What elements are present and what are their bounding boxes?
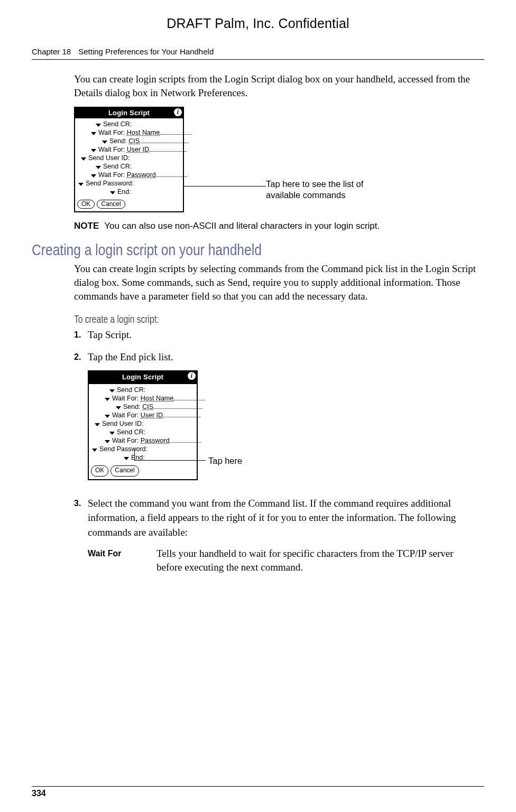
cancel-button[interactable]: Cancel xyxy=(97,200,125,209)
step-2: Tap the End pick list. Login Script i Se… xyxy=(74,350,479,480)
script-command-field[interactable]: Host Name xyxy=(127,128,160,137)
field-underline[interactable] xyxy=(153,408,202,409)
dropdown-arrow-icon[interactable] xyxy=(78,183,84,186)
page-number: 334 xyxy=(32,786,484,798)
field-underline[interactable] xyxy=(173,400,205,400)
callout-line2: available commands xyxy=(266,190,388,201)
script-line: Send: CIS xyxy=(78,137,180,145)
script-line: Send Password: xyxy=(78,179,180,188)
dropdown-arrow-icon[interactable] xyxy=(81,157,86,161)
script-command-label: Wait For: xyxy=(112,436,139,445)
script-command-label: Send: xyxy=(109,137,127,145)
definition-desc: Tells your handheld to wait for specific… xyxy=(156,547,479,574)
dialog-titlebar-2: Login Script i xyxy=(89,371,197,384)
dialog-title-2: Login Script xyxy=(122,373,163,381)
note: NOTEYou can also use non-ASCII and liter… xyxy=(74,221,479,231)
step-1: Tap Script. xyxy=(74,328,479,342)
dropdown-arrow-icon[interactable] xyxy=(105,440,110,443)
dropdown-arrow-icon[interactable] xyxy=(102,141,107,144)
callout-commands-list: Tap here to see the list of available co… xyxy=(266,179,388,200)
dialog-titlebar: Login Script i xyxy=(75,108,183,118)
dropdown-arrow-icon[interactable] xyxy=(124,457,129,460)
section-paragraph: You can create login scripts by selectin… xyxy=(74,262,479,303)
login-script-dialog: Login Script i Send CR:Wait For: Host Na… xyxy=(74,107,184,212)
chapter-title: Setting Preferences for Your Handheld xyxy=(78,47,214,56)
callout-line1: Tap here to see the list of xyxy=(266,179,388,190)
script-line: Send User ID: xyxy=(92,419,194,428)
dropdown-arrow-icon[interactable] xyxy=(91,149,96,152)
definition-term: Wait For xyxy=(88,547,156,574)
script-command-label: Wait For: xyxy=(98,171,125,179)
script-line: Wait For: User ID xyxy=(92,411,194,419)
ok-button-2[interactable]: OK xyxy=(91,465,108,476)
procedure-heading: To create a login script: xyxy=(74,313,390,325)
script-command-label: Wait For: xyxy=(112,394,139,403)
script-command-label: Send CR: xyxy=(117,386,145,394)
script-line: Wait For: Host Name xyxy=(92,394,194,403)
script-command-label: Send CR: xyxy=(117,428,145,436)
script-command-label: Wait For: xyxy=(112,411,139,419)
script-command-label: Wait For: xyxy=(98,128,125,137)
script-command-field[interactable]: CIS xyxy=(142,403,153,411)
script-line: Send: CIS xyxy=(92,403,194,411)
script-command-field[interactable]: User ID xyxy=(141,411,163,419)
script-command-label: Send CR: xyxy=(103,120,132,128)
script-command-label: Send User ID: xyxy=(102,419,144,428)
dropdown-arrow-icon[interactable] xyxy=(110,191,115,194)
script-command-field[interactable]: Host Name xyxy=(141,394,174,403)
dialog-title: Login Script xyxy=(108,109,150,117)
section-heading: Creating a login script on your handheld xyxy=(32,241,403,259)
dropdown-arrow-icon[interactable] xyxy=(91,174,96,178)
chapter-label: Chapter 18 xyxy=(32,47,71,56)
script-command-label: End: xyxy=(117,188,131,196)
script-command-label: Send: xyxy=(123,403,141,411)
figure-login-script-1: Login Script i Send CR:Wait For: Host Na… xyxy=(74,107,479,212)
script-line: Send CR: xyxy=(78,162,180,171)
script-line: Wait For: Host Name xyxy=(78,128,180,137)
dropdown-arrow-icon[interactable] xyxy=(109,389,115,393)
script-line: Send CR: xyxy=(92,386,194,394)
dropdown-arrow-icon[interactable] xyxy=(105,398,110,401)
field-underline[interactable] xyxy=(140,143,189,143)
info-icon-2[interactable]: i xyxy=(188,372,196,380)
script-line: Send CR: xyxy=(92,428,194,436)
script-command-field[interactable]: Password xyxy=(127,171,156,179)
script-command-field[interactable]: User ID xyxy=(127,145,149,154)
script-line: Send User ID: xyxy=(78,154,180,162)
field-underline[interactable] xyxy=(156,176,187,177)
dropdown-arrow-icon[interactable] xyxy=(91,132,96,135)
definition-row: Wait For Tells your handheld to wait for… xyxy=(88,547,479,574)
field-underline[interactable] xyxy=(149,151,187,152)
step-2-text: Tap the End pick list. xyxy=(88,351,173,362)
script-line: Wait For: Password xyxy=(92,436,194,445)
script-line: Wait For: Password xyxy=(78,171,180,179)
dropdown-arrow-icon[interactable] xyxy=(95,423,100,426)
field-underline[interactable] xyxy=(163,417,200,417)
script-command-field[interactable]: Password xyxy=(141,436,170,445)
figure-login-script-2: Login Script i Send CR:Wait For: Host Na… xyxy=(88,370,479,480)
dropdown-arrow-icon[interactable] xyxy=(92,449,97,452)
step-3: Select the command you want from the Com… xyxy=(74,496,479,540)
cancel-button-2[interactable]: Cancel xyxy=(110,465,139,476)
field-underline[interactable] xyxy=(160,134,191,135)
note-label: NOTE xyxy=(74,221,99,231)
callout-tap-here: Tap here xyxy=(208,455,272,466)
ok-button[interactable]: OK xyxy=(77,200,95,209)
script-command-label: Send CR: xyxy=(103,162,132,171)
script-line[interactable]: End: xyxy=(78,188,180,196)
note-text: You can also use non-ASCII and literal c… xyxy=(104,221,380,231)
intro-paragraph: You can create login scripts from the Lo… xyxy=(74,72,479,99)
dropdown-arrow-icon[interactable] xyxy=(96,124,101,127)
script-command-field[interactable]: CIS xyxy=(128,137,140,145)
script-command-label: Wait For: xyxy=(98,145,125,154)
draft-header: DRAFT Palm, Inc. Confidential xyxy=(32,16,484,31)
dropdown-arrow-icon[interactable] xyxy=(96,166,101,169)
field-underline[interactable] xyxy=(170,442,201,443)
script-line: Send CR: xyxy=(78,120,180,128)
dropdown-arrow-icon[interactable] xyxy=(109,432,115,435)
info-icon[interactable]: i xyxy=(174,108,182,116)
script-command-label: Send User ID: xyxy=(88,154,130,162)
script-command-label: Send Password: xyxy=(86,179,134,188)
dropdown-arrow-icon[interactable] xyxy=(116,406,121,409)
dropdown-arrow-icon[interactable] xyxy=(105,415,110,418)
